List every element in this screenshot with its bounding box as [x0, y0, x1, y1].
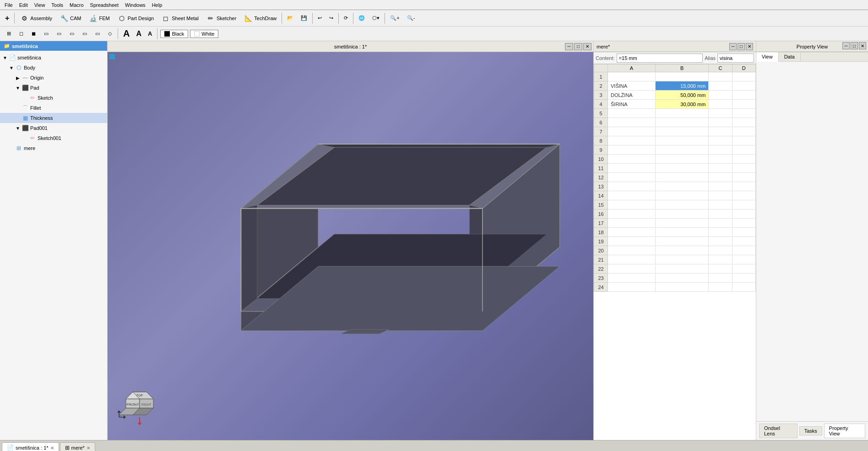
- col-header-d[interactable]: D: [732, 64, 755, 72]
- cell-15c[interactable]: [709, 200, 732, 209]
- content-input[interactable]: [617, 54, 703, 63]
- tree-item-sketch001[interactable]: ▶ ✏ Sketch001: [0, 133, 107, 143]
- cell-11a[interactable]: [608, 164, 656, 173]
- cell-5c[interactable]: [709, 109, 732, 118]
- tree-item-mere[interactable]: ▶ ⊞ mere: [0, 143, 107, 153]
- cell-12b[interactable]: [655, 173, 708, 182]
- pv-minimize-btn[interactable]: ─: [842, 42, 850, 49]
- cell-11d[interactable]: [732, 164, 755, 173]
- menu-file[interactable]: File: [2, 1, 16, 9]
- font-btn-a3[interactable]: A: [146, 29, 154, 38]
- viewport[interactable]: smetišnica : 1* ─ □ ✕: [108, 41, 593, 440]
- cell-7d[interactable]: [732, 127, 755, 136]
- cell-15a[interactable]: [608, 200, 656, 209]
- view-3d-button[interactable]: 🌐: [355, 14, 368, 22]
- cell-10c[interactable]: [709, 155, 732, 164]
- refresh-button[interactable]: ⟳: [341, 14, 351, 22]
- cell-6d[interactable]: [732, 118, 755, 127]
- cell-4c[interactable]: [709, 100, 732, 109]
- cell-10b[interactable]: [655, 155, 708, 164]
- toolbar-icon-2[interactable]: 💾: [298, 14, 310, 22]
- cell-19c[interactable]: [709, 237, 732, 246]
- cell-8d[interactable]: [732, 136, 755, 145]
- cam-button[interactable]: 🔧 CAM: [56, 12, 84, 24]
- cell-2a[interactable]: VIŠINA: [608, 81, 656, 91]
- cell-1a[interactable]: [608, 72, 656, 81]
- black-color-button[interactable]: Black: [160, 30, 188, 38]
- cell-23d[interactable]: [732, 274, 755, 283]
- ss-minimize-btn[interactable]: ─: [729, 43, 737, 50]
- cell-20d[interactable]: [732, 246, 755, 255]
- cell-7b[interactable]: [655, 127, 708, 136]
- techdraw-button[interactable]: 📐 TechDraw: [240, 12, 280, 24]
- cell-15b[interactable]: [655, 200, 708, 209]
- alias-input[interactable]: [717, 54, 754, 63]
- cell-5a[interactable]: [608, 109, 656, 118]
- cell-21c[interactable]: [709, 255, 732, 264]
- tree-arrow-root[interactable]: ▼: [2, 55, 8, 60]
- cell-8b[interactable]: [655, 136, 708, 145]
- tree-item-thickness[interactable]: ▶ ▦ Thickness: [0, 113, 107, 123]
- cell-3b[interactable]: 50,000 mm: [655, 91, 708, 100]
- cell-24b[interactable]: [655, 283, 708, 292]
- struct-icon-5[interactable]: ▭: [54, 29, 65, 38]
- cell-4a[interactable]: ŠIRINA: [608, 100, 656, 109]
- cell-14b[interactable]: [655, 191, 708, 200]
- cell-24c[interactable]: [709, 283, 732, 292]
- tree-item-origin[interactable]: ▶ — Origin: [0, 73, 107, 83]
- cell-4b[interactable]: 30,000 mm: [655, 100, 708, 109]
- menu-view[interactable]: View: [32, 1, 48, 9]
- cell-2b[interactable]: 15,000 mm: [655, 81, 708, 91]
- struct-icon-7[interactable]: ▭: [79, 29, 90, 38]
- cell-16d[interactable]: [732, 209, 755, 219]
- cell-1d[interactable]: [732, 72, 755, 81]
- cell-13c[interactable]: [709, 182, 732, 191]
- menu-macro[interactable]: Macro: [67, 1, 87, 9]
- struct-icon-8[interactable]: ▭: [92, 29, 103, 38]
- menu-edit[interactable]: Edit: [16, 1, 31, 9]
- cell-18c[interactable]: [709, 228, 732, 237]
- cell-12d[interactable]: [732, 173, 755, 182]
- tree-item-pad[interactable]: ▼ ⬛ Pad: [0, 83, 107, 93]
- struct-icon-4[interactable]: ▭: [41, 29, 52, 38]
- right-tab-view[interactable]: View: [756, 52, 779, 62]
- tree-item-fillet[interactable]: ▶ ⌒ Fillet: [0, 103, 107, 113]
- cell-5b[interactable]: [655, 109, 708, 118]
- cell-7c[interactable]: [709, 127, 732, 136]
- cell-21b[interactable]: [655, 255, 708, 264]
- cell-17d[interactable]: [732, 219, 755, 228]
- struct-icon-3[interactable]: ◼: [28, 29, 39, 38]
- pv-close-btn[interactable]: ✕: [859, 42, 866, 49]
- cell-15d[interactable]: [732, 200, 755, 209]
- cell-9c[interactable]: [709, 145, 732, 155]
- tab-property-view[interactable]: Property View: [824, 424, 865, 438]
- menu-windows[interactable]: Windows: [122, 1, 148, 9]
- cell-10d[interactable]: [732, 155, 755, 164]
- undo-button[interactable]: ↩: [315, 14, 325, 22]
- tree-item-body[interactable]: ▼ ⬡ Body: [0, 63, 107, 73]
- sheetmetal-button[interactable]: ◻ Sheet Metal: [158, 12, 202, 24]
- cell-1c[interactable]: [709, 72, 732, 81]
- tab-mere[interactable]: ⊞ mere* ✕: [60, 442, 95, 451]
- white-color-button[interactable]: White: [190, 30, 218, 38]
- cell-12c[interactable]: [709, 173, 732, 182]
- sketcher-button[interactable]: ✏ Sketcher: [203, 12, 239, 24]
- fem-button[interactable]: 🔬 FEM: [85, 12, 113, 24]
- col-header-b[interactable]: B: [655, 64, 708, 72]
- partdesign-button[interactable]: ⬡ Part Design: [114, 12, 157, 24]
- cell-9d[interactable]: [732, 145, 755, 155]
- cell-14d[interactable]: [732, 191, 755, 200]
- tab-tasks[interactable]: Tasks: [799, 426, 822, 435]
- cell-19a[interactable]: [608, 237, 656, 246]
- menu-tools[interactable]: Tools: [49, 1, 66, 9]
- cell-17c[interactable]: [709, 219, 732, 228]
- right-tab-data[interactable]: Data: [779, 52, 801, 61]
- cell-13a[interactable]: [608, 182, 656, 191]
- tree-arrow-body[interactable]: ▼: [8, 65, 15, 70]
- cell-13d[interactable]: [732, 182, 755, 191]
- assembly-button[interactable]: ⚙ Assembly: [16, 12, 55, 24]
- tree-item-root[interactable]: ▼ 📄 smetišnica: [0, 53, 107, 63]
- cell-20c[interactable]: [709, 246, 732, 255]
- zoom-in-button[interactable]: 🔍+: [387, 14, 402, 22]
- struct-icon-2[interactable]: ◻: [16, 29, 27, 38]
